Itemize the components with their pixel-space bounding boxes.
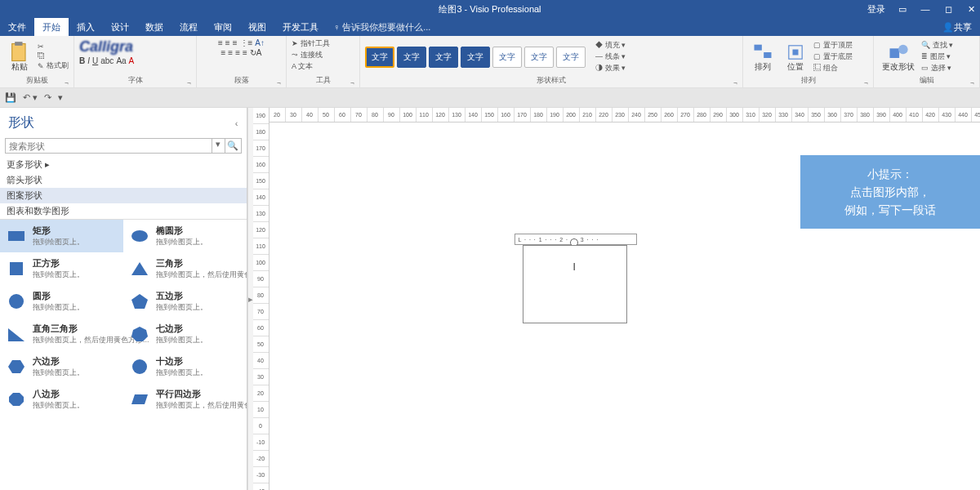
justify-icon[interactable]: ≡ [243, 48, 247, 57]
shape-preview-icon [130, 358, 149, 376]
pane-splitter[interactable]: ▸ [247, 108, 253, 490]
style-swatch-6[interactable]: 文字 [556, 47, 586, 68]
select-button[interactable]: ▭ 选择 ▾ [921, 63, 953, 74]
shape-item[interactable]: 矩形拖到绘图页上。 [0, 220, 123, 252]
shape-item[interactable]: 十边形拖到绘图页上。 [123, 350, 247, 383]
align-right-icon[interactable]: ≡ [235, 48, 240, 57]
group-label: 剪贴板 [5, 75, 69, 87]
search-shapes-input[interactable] [5, 138, 212, 154]
italic-button[interactable]: I [87, 56, 90, 65]
login-link[interactable]: 登录 [867, 3, 885, 16]
undo-icon[interactable]: ↶ ▾ [23, 92, 38, 103]
stencil-link[interactable]: 图案形状 [0, 188, 247, 203]
search-dropdown-icon[interactable]: ▾ [212, 138, 225, 154]
format-painter-button[interactable]: ✎ 格式刷 [38, 60, 69, 71]
svg-marker-16 [8, 360, 24, 373]
shape-item[interactable]: 圆形拖到绘图页上。 [0, 285, 123, 318]
bring-front-button[interactable]: ▢ 置于顶层 [813, 40, 853, 51]
shape-item[interactable]: 平行四边形拖到绘图页上，然后使用黄色方形... [123, 383, 247, 416]
align-button[interactable]: 排列 [748, 39, 777, 74]
cut-button[interactable]: ✂ [38, 42, 69, 51]
send-back-button[interactable]: ▢ 置于底层 [813, 51, 853, 62]
shape-item[interactable]: 正方形拖到绘图页上。 [0, 252, 123, 285]
style-swatch-0[interactable]: 文字 [365, 47, 394, 68]
shape-preview-icon [130, 325, 149, 343]
stencil-link[interactable]: 图表和数学图形 [0, 203, 247, 219]
qat-more-icon[interactable]: ▾ [58, 92, 63, 103]
fill-button[interactable]: ◆ 填充 ▾ [595, 40, 626, 51]
group-button[interactable]: ⿺ 组合 [813, 63, 853, 74]
align-left-icon[interactable]: ≡ [220, 48, 225, 57]
style-swatch-4[interactable]: 文字 [492, 47, 522, 68]
collapse-pane-icon[interactable]: ‹ [235, 118, 238, 128]
svg-point-7 [898, 45, 908, 55]
tab-设计[interactable]: 设计 [103, 18, 137, 36]
minimize-icon[interactable]: — [920, 4, 931, 14]
align-mid-icon[interactable]: ≡ [225, 38, 230, 47]
effects-button[interactable]: ◑ 效果 ▾ [595, 63, 626, 74]
svg-point-17 [132, 359, 147, 374]
ribbon-tabs: 文件开始插入设计数据流程审阅视图开发工具 ♀ 告诉我你想要做什么... 👤 共享 [0, 18, 980, 36]
line-button[interactable]: ― 线条 ▾ [595, 51, 626, 62]
shape-item[interactable]: 八边形拖到绘图页上。 [0, 383, 123, 416]
shape-item[interactable]: 七边形拖到绘图页上。 [123, 318, 247, 350]
align-bot-icon[interactable]: ≡ [233, 38, 238, 47]
ribbon-display-icon[interactable]: ▭ [897, 4, 908, 15]
stencil-list: 更多形状 ▸箭头形状图案形状图表和数学图形 [0, 157, 247, 219]
bullets-icon[interactable]: ⋮≡ [240, 38, 253, 47]
connector-tool[interactable]: ⤳ 连接线 [292, 50, 323, 60]
pointer-tool[interactable]: ➤ 指针工具 [292, 38, 330, 49]
canvas-area: 1901801701601501401301201101009080706050… [253, 108, 980, 490]
shape-item[interactable]: 三角形拖到绘图页上，然后使用黄色方形... [123, 252, 247, 285]
font-color-button[interactable]: A [129, 56, 135, 65]
shape-item[interactable]: 六边形拖到绘图页上。 [0, 350, 123, 383]
layers-button[interactable]: ≣ 图层 ▾ [921, 51, 953, 62]
paste-button[interactable]: 粘贴 [5, 39, 34, 74]
drawing-canvas[interactable]: L · · · 1 · · · 2 · · · 3 · · · I 小提示： 点… [270, 122, 980, 490]
strike-button[interactable]: abc [100, 56, 114, 65]
rotate-text-icon[interactable]: ↻A [250, 48, 262, 57]
share-button[interactable]: 👤 共享 [934, 18, 980, 36]
stencil-link[interactable]: 箭头形状 [0, 172, 247, 188]
maximize-icon[interactable]: ◻ [942, 4, 954, 15]
shape-item[interactable]: 直角三角形拖到绘图页上，然后使用黄色方形... [0, 318, 123, 350]
tab-数据[interactable]: 数据 [137, 18, 172, 36]
search-go-icon[interactable]: 🔍 [225, 138, 242, 154]
svg-point-12 [9, 294, 24, 309]
group-paragraph: ≡ ≡ ≡ ⋮≡ A↑ ≡ ≡ ≡ ≡ ↻A 段落 [197, 36, 287, 87]
style-swatch-2[interactable]: 文字 [429, 47, 458, 68]
tab-视图[interactable]: 视图 [240, 18, 274, 36]
tab-插入[interactable]: 插入 [69, 18, 103, 36]
shape-preview-icon [7, 325, 26, 343]
horizontal-ruler: 2030405060708090100110120130140150160170… [270, 108, 980, 122]
tab-审阅[interactable]: 审阅 [206, 18, 240, 36]
align-top-icon[interactable]: ≡ [218, 38, 223, 47]
style-swatch-3[interactable]: 文字 [461, 47, 490, 68]
redo-icon[interactable]: ↷ [44, 92, 51, 103]
align-center-icon[interactable]: ≡ [228, 48, 233, 57]
underline-button[interactable]: U [92, 56, 98, 65]
tab-文件[interactable]: 文件 [0, 18, 34, 36]
group-edit: 更改形状 🔍 查找 ▾ ≣ 图层 ▾ ▭ 选择 ▾ 编辑 [874, 36, 980, 87]
tab-开始[interactable]: 开始 [34, 18, 69, 36]
style-swatch-1[interactable]: 文字 [397, 47, 426, 68]
position-button[interactable]: 位置 [781, 39, 810, 74]
bold-button[interactable]: B [79, 56, 85, 65]
text-tool[interactable]: A 文本 [292, 61, 313, 72]
tab-开发工具[interactable]: 开发工具 [274, 18, 327, 36]
style-swatch-5[interactable]: 文字 [524, 47, 554, 68]
stencil-link[interactable]: 更多形状 ▸ [0, 157, 247, 172]
font-size-button[interactable]: Aa [116, 56, 126, 65]
shape-item[interactable]: 椭圆形拖到绘图页上。 [123, 220, 247, 252]
tab-流程[interactable]: 流程 [172, 18, 206, 36]
save-icon[interactable]: 💾 [5, 92, 16, 103]
copy-button[interactable]: ⿻ [38, 51, 69, 60]
close-icon[interactable]: ✕ [965, 4, 977, 15]
change-shape-button[interactable]: 更改形状 [879, 39, 918, 74]
tell-me-search[interactable]: ♀ 告诉我你想要做什么... [333, 18, 430, 36]
shape-item[interactable]: 五边形拖到绘图页上。 [123, 285, 247, 318]
svg-rect-6 [890, 48, 900, 58]
selected-rectangle-shape[interactable] [523, 245, 627, 323]
group-tools: ➤ 指针工具 ⤳ 连接线 A 文本 工具 [287, 36, 360, 87]
find-button[interactable]: 🔍 查找 ▾ [921, 40, 953, 51]
